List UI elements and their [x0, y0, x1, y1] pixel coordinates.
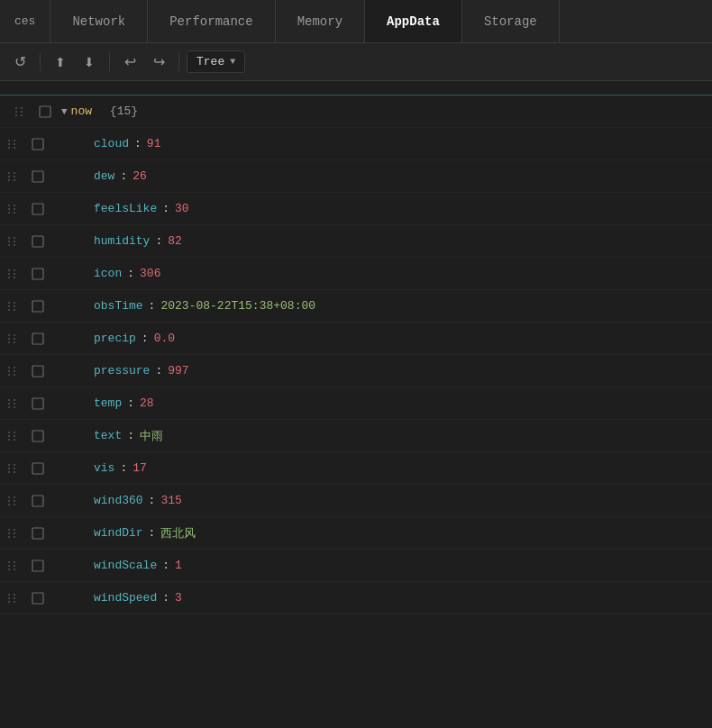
table-row[interactable]: dew : 26	[0, 160, 712, 193]
svg-rect-4	[32, 236, 43, 247]
table-row[interactable]: windDir : 西北风	[0, 517, 712, 550]
drag-grip	[0, 269, 25, 278]
svg-rect-0	[40, 106, 50, 117]
view-mode-dropdown[interactable]: Tree ▼	[187, 50, 245, 73]
key-label: humidity	[94, 234, 150, 248]
table-row[interactable]: pressure : 997	[0, 355, 712, 387]
key-label: vis	[94, 461, 114, 475]
undo-button[interactable]: ↩	[117, 50, 142, 75]
table-row[interactable]: temp : 28	[0, 387, 712, 420]
value-label: 西北风	[160, 525, 196, 541]
row-content-dew: dew : 26	[50, 169, 712, 183]
drag-grip	[0, 205, 25, 214]
table-row[interactable]: cloud : 91	[0, 128, 712, 160]
expand-arrow-icon: ▼	[61, 106, 68, 117]
value-label: 30	[175, 202, 189, 215]
key-label: temp	[94, 396, 122, 410]
row-content-humidity: humidity : 82	[50, 234, 712, 248]
row-content-windSpeed: windSpeed : 3	[50, 591, 712, 605]
node-icon	[25, 495, 50, 507]
key-label: windScale	[94, 559, 157, 572]
value-label: 2023-08-22T15:38+08:00	[160, 299, 315, 313]
refresh-icon: ↺	[14, 53, 26, 70]
node-icon	[25, 365, 50, 378]
table-row[interactable]: text : 中雨	[0, 420, 712, 452]
tab-memory[interactable]: Memory	[276, 0, 365, 42]
collapse-all-icon: ⬇	[84, 55, 95, 69]
parent-count: {15}	[110, 105, 138, 118]
svg-rect-14	[32, 560, 43, 571]
redo-button[interactable]: ↪	[146, 50, 171, 75]
svg-rect-12	[32, 496, 43, 506]
key-label: windDir	[94, 526, 143, 540]
drag-grip	[0, 496, 25, 505]
toolbar-divider-2	[109, 53, 110, 71]
drag-grip	[0, 334, 25, 343]
value-label: 17	[132, 461, 147, 475]
key-label: icon	[94, 267, 122, 280]
expand-all-button[interactable]: ⬆	[48, 50, 73, 75]
separator: :	[149, 494, 156, 507]
tab-storage[interactable]: Storage	[462, 0, 560, 42]
toolbar-divider-3	[178, 53, 179, 71]
content-area: ▼ now {15} cloud : 91 dew : 26 feelsLike…	[0, 81, 712, 728]
value-label: 306	[140, 267, 160, 280]
node-icon	[25, 592, 50, 605]
value-label: 中雨	[140, 428, 163, 444]
separator: :	[120, 461, 127, 475]
drag-grip	[7, 107, 32, 116]
expand-all-icon: ⬆	[55, 55, 66, 69]
row-content-text: text : 中雨	[50, 428, 712, 444]
row-content-icon: icon : 306	[50, 267, 712, 280]
node-icon	[25, 527, 50, 540]
row-content-pressure: pressure : 997	[50, 364, 712, 378]
value-label: 0.0	[154, 332, 175, 345]
key-label: wind360	[94, 494, 143, 507]
drag-grip	[0, 237, 25, 246]
separator: :	[149, 299, 156, 313]
separator: :	[127, 396, 134, 410]
table-row[interactable]: wind360 : 315	[0, 485, 712, 517]
drag-grip	[0, 432, 25, 441]
table-row[interactable]: icon : 306	[0, 258, 712, 290]
parent-key-now: now	[71, 105, 92, 118]
separator: :	[155, 364, 162, 378]
tab-performance[interactable]: Performance	[148, 0, 275, 42]
svg-rect-7	[32, 333, 43, 344]
drag-grip	[0, 561, 25, 570]
separator: :	[127, 429, 134, 442]
refresh-button[interactable]: ↺	[7, 50, 32, 75]
tab-network[interactable]: Network	[50, 0, 148, 42]
value-label: 997	[168, 364, 188, 378]
table-row[interactable]: precip : 0.0	[0, 323, 712, 355]
node-icon	[25, 138, 50, 150]
key-label: windSpeed	[94, 591, 157, 605]
key-label: pressure	[94, 364, 150, 378]
table-row[interactable]: windSpeed : 3	[0, 582, 712, 614]
row-content-precip: precip : 0.0	[50, 332, 712, 345]
toolbar: ↺ ⬆ ⬇ ↩ ↪ Tree ▼	[0, 43, 712, 81]
key-label: feelsLike	[94, 202, 157, 215]
svg-rect-2	[32, 171, 43, 182]
table-row[interactable]: windScale : 1	[0, 550, 712, 582]
svg-rect-6	[32, 301, 43, 312]
table-row[interactable]: vis : 17	[0, 452, 712, 485]
node-icon	[25, 268, 50, 280]
table-row[interactable]: obsTime : 2023-08-22T15:38+08:00	[0, 290, 712, 323]
node-icon	[25, 300, 50, 313]
tree-row-now[interactable]: ▼ now {15}	[0, 96, 712, 128]
row-content-cloud: cloud : 91	[50, 137, 712, 150]
node-icon	[25, 397, 50, 410]
svg-rect-3	[32, 204, 43, 214]
tab-ces[interactable]: ces	[0, 0, 50, 42]
collapse-all-button[interactable]: ⬇	[77, 50, 102, 75]
table-row[interactable]: feelsLike : 30	[0, 193, 712, 225]
table-row[interactable]: humidity : 82	[0, 225, 712, 258]
drag-grip	[0, 302, 25, 311]
svg-rect-8	[32, 366, 43, 377]
node-icon	[25, 235, 50, 248]
key-label: dew	[94, 169, 114, 183]
value-label: 91	[147, 137, 161, 150]
tab-appdata[interactable]: AppData	[365, 0, 462, 42]
drag-grip	[0, 399, 25, 408]
